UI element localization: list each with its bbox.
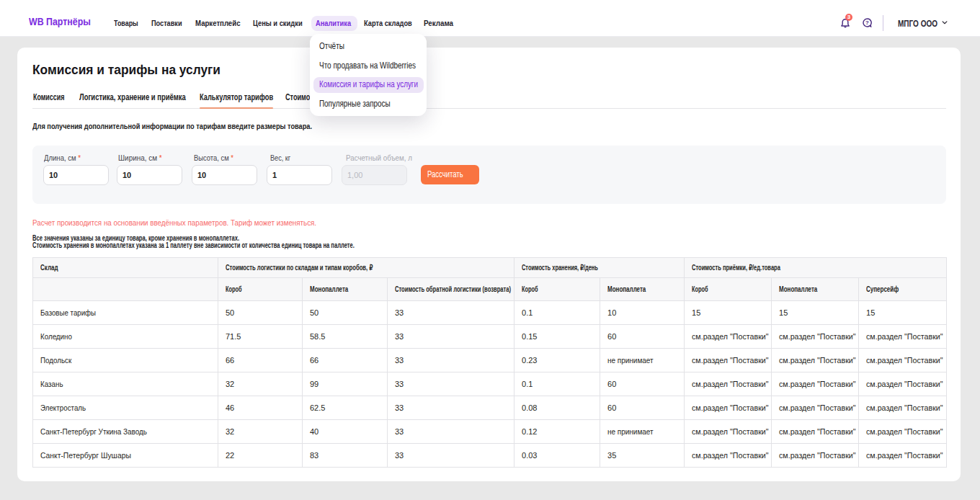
svg-text:?: ? <box>865 19 869 26</box>
